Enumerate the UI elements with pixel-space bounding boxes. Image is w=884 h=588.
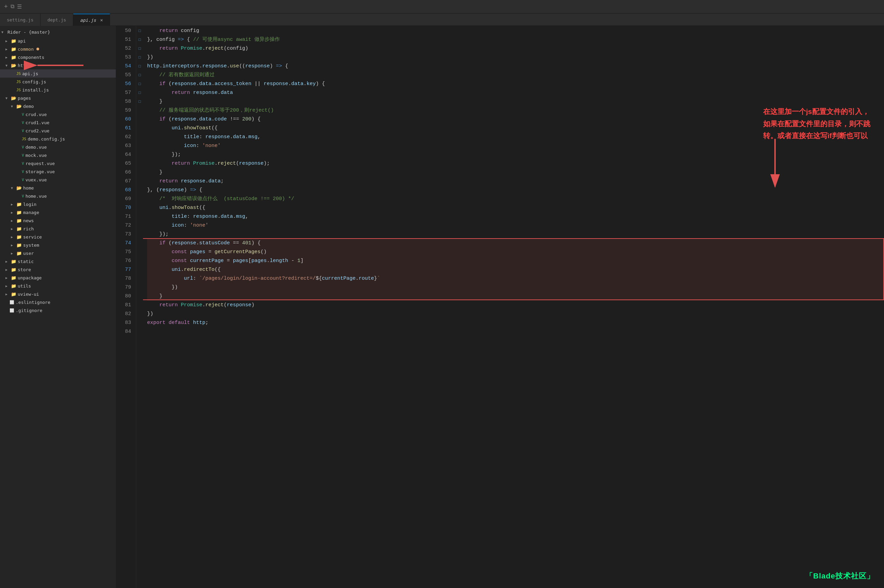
collapse-gutter: □ □ □ □ □ □	[136, 26, 143, 588]
new-file-icon[interactable]: +	[4, 3, 8, 10]
sidebar-item-demo[interactable]: ▼ 📂 demo	[0, 102, 116, 110]
folder-arrow-icon: ▶	[6, 284, 9, 288]
code-line-53: })	[147, 53, 884, 62]
sidebar-item-install-js[interactable]: JS install.js	[0, 86, 116, 94]
menu-icon[interactable]: ☰	[17, 3, 22, 10]
file-icon: V	[22, 194, 24, 198]
folder-arrow-icon: ▶	[6, 260, 9, 263]
code-line-81: return Promise.reject(response)	[147, 301, 884, 310]
file-icon: JS	[17, 72, 21, 76]
sidebar-item-unpackage[interactable]: ▶ 📁 unpackage	[0, 274, 116, 282]
file-label: config.js	[22, 79, 46, 84]
code-content[interactable]: return config }, config => { // 可使用async…	[143, 26, 884, 588]
folder-label: pages	[18, 96, 31, 101]
file-label: demo.config.js	[28, 136, 65, 141]
tab-label: api.js	[80, 18, 96, 23]
top-toolbar: + ⧉ ☰	[0, 0, 884, 14]
code-line-67: return response.data;	[147, 177, 884, 186]
file-label: crud2.vue	[26, 128, 50, 134]
code-line-51: }, config => { // 可使用async await 做异步操作	[147, 35, 884, 44]
app-container: + ⧉ ☰ setting.js dept.js api.js × ▼ Ride…	[0, 0, 884, 588]
main-layout: ▼ Rider - {master} ▶ 📁 api ▶ 📁 common ▶ …	[0, 26, 884, 588]
code-line-83: export default http;	[147, 318, 884, 327]
sidebar-item-utils[interactable]: ▶ 📁 utils	[0, 282, 116, 290]
sidebar-item-api[interactable]: ▶ 📁 api	[0, 37, 116, 45]
sidebar-item-home[interactable]: ▼ 📂 home	[0, 184, 116, 192]
sidebar-item-login[interactable]: ▶ 📁 login	[0, 200, 116, 208]
folder-label: rich	[23, 226, 34, 231]
folder-label: demo	[23, 104, 34, 109]
folder-arrow-icon: ▶	[6, 276, 9, 280]
sidebar-item-eslintignore[interactable]: ⬜ .eslintignore	[0, 298, 116, 306]
sidebar-item-storage-vue[interactable]: V storage.vue	[0, 167, 116, 176]
sidebar-item-pages[interactable]: ▼ 📂 pages	[0, 94, 116, 102]
folder-arrow-icon: ▶	[11, 243, 15, 247]
folder-icon: 📁	[17, 226, 22, 231]
code-line-76: const currentPage = pages[pages.length -…	[147, 256, 884, 266]
file-label: api.js	[22, 71, 38, 76]
tab-dept-js[interactable]: dept.js	[41, 14, 73, 26]
code-line-84	[147, 327, 884, 336]
sidebar-item-config-js[interactable]: JS config.js	[0, 78, 116, 86]
tab-setting-js[interactable]: setting.js	[0, 14, 41, 26]
sidebar-item-request-vue[interactable]: V request.vue	[0, 159, 116, 167]
tab-close-icon[interactable]: ×	[100, 17, 103, 23]
code-area[interactable]: 50 51 52 53 54 55 56 57 58 59 60 61 62 6…	[116, 26, 884, 588]
sidebar-item-crud2-vue[interactable]: V crud2.vue	[0, 127, 116, 135]
file-icon: V	[22, 161, 24, 166]
sidebar-item-gitignore[interactable]: ⬜ .gitignore	[0, 306, 116, 314]
sidebar-item-static[interactable]: ▶ 📁 static	[0, 257, 116, 266]
code-line-50: return config	[147, 27, 884, 35]
sidebar-item-vuex-vue[interactable]: V vuex.vue	[0, 176, 116, 184]
copy-icon[interactable]: ⧉	[11, 3, 14, 10]
file-label: home.vue	[26, 194, 47, 199]
folder-arrow-icon: ▶	[11, 211, 15, 214]
sidebar-item-mock-vue[interactable]: V mock.vue	[0, 151, 116, 159]
sidebar-item-http[interactable]: ▼ 📂 http	[0, 61, 116, 69]
tab-label: dept.js	[47, 17, 66, 22]
code-line-59: // 服务端返回的状态码不等于200，则reject()	[147, 106, 884, 115]
sidebar-item-system[interactable]: ▶ 📁 system	[0, 241, 116, 249]
folder-label: api	[18, 39, 26, 44]
code-line-73: });	[147, 230, 884, 239]
sidebar-item-user[interactable]: ▶ 📁 user	[0, 249, 116, 257]
folder-label: manage	[23, 210, 39, 215]
sidebar-item-crud-vue[interactable]: V crud.vue	[0, 110, 116, 118]
sidebar-item-components[interactable]: ▶ 📁 components	[0, 53, 116, 61]
folder-icon: 📂	[11, 96, 17, 101]
file-label: storage.vue	[26, 169, 55, 174]
code-line-54: http.interceptors.response.use((response…	[147, 62, 884, 71]
sidebar-item-api-js[interactable]: JS api.js	[0, 69, 116, 78]
folder-arrow-icon: ▶	[6, 268, 9, 272]
code-line-66: }	[147, 168, 884, 177]
sidebar-item-news[interactable]: ▶ 📁 news	[0, 216, 116, 225]
sidebar-root[interactable]: ▼ Rider - {master}	[0, 27, 116, 37]
code-line-79: })	[147, 283, 884, 292]
folder-icon: 📂	[17, 104, 22, 109]
folder-icon: 📁	[11, 46, 17, 52]
tab-api-js[interactable]: api.js ×	[73, 14, 110, 26]
sidebar-item-rich[interactable]: ▶ 📁 rich	[0, 225, 116, 233]
sidebar-item-demo-vue[interactable]: V demo.vue	[0, 143, 116, 151]
sidebar-item-manage[interactable]: ▶ 📁 manage	[0, 208, 116, 216]
code-line-57: return response.data	[147, 88, 884, 98]
sidebar-item-crud1-vue[interactable]: V crud1.vue	[0, 118, 116, 127]
sidebar-item-uview-ui[interactable]: ▶ 📁 uview-ui	[0, 290, 116, 298]
file-label: mock.vue	[26, 153, 47, 158]
folder-icon: 📂	[17, 186, 22, 190]
tab-label: setting.js	[7, 17, 33, 22]
sidebar-item-store[interactable]: ▶ 📁 store	[0, 266, 116, 274]
folder-icon: 📁	[17, 202, 22, 207]
sidebar-item-demo-config-js[interactable]: JS demo.config.js	[0, 135, 116, 143]
file-icon: ⬜	[9, 300, 14, 304]
sidebar-item-common[interactable]: ▶ 📁 common	[0, 45, 116, 53]
sidebar-item-home-vue[interactable]: V home.vue	[0, 192, 116, 200]
code-line-68: }, (response) => {	[147, 186, 884, 195]
code-line-64: });	[147, 150, 884, 159]
folder-label: uview-ui	[18, 292, 39, 297]
code-line-77: uni.redirectTo({	[147, 266, 884, 274]
code-line-62: title: response.data.msg,	[147, 133, 884, 141]
folder-arrow-icon: ▼	[6, 64, 9, 68]
sidebar-item-service[interactable]: ▶ 📁 service	[0, 233, 116, 241]
folder-label: service	[23, 234, 42, 240]
